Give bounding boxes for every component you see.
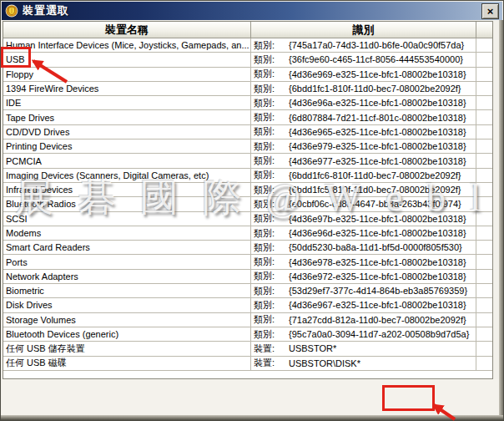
id-value: USBSTOR* [289, 343, 476, 353]
device-name: Human Interface Devices (Mice, Joysticks… [3, 38, 251, 53]
device-row[interactable]: 任何 USB 磁碟裝置:USBSTOR\DISK* [3, 357, 492, 371]
id-value: {36fc9e60-c465-11cf-8056-444553540000} [289, 54, 476, 64]
id-type-label: 類別: [254, 227, 289, 240]
row-spacer [476, 82, 492, 96]
device-name: Ports [3, 255, 251, 269]
device-name: Smart Card Readers [3, 241, 251, 255]
row-spacer [476, 270, 492, 284]
device-name: CD/DVD Drives [3, 125, 251, 139]
device-row[interactable]: Bluetooth Devices (generic)類別:{95c7a0a0-… [3, 327, 492, 342]
table-header: 裝置名稱 識別 [3, 22, 492, 38]
device-id-cell: 類別:{4d36e96d-e325-11ce-bfc1-08002be10318… [251, 226, 476, 241]
device-id-cell: 裝置:USBSTOR* [251, 342, 476, 356]
shield-badge-icon [5, 4, 18, 18]
device-row[interactable]: Ports類別:{4d36e978-e325-11ce-bfc1-08002be… [3, 255, 492, 269]
device-id-cell: 類別:{50dd5230-ba8a-11d1-bf5d-0000f805f530… [251, 241, 476, 255]
id-value: {50dd5230-ba8a-11d1-bf5d-0000f805f530} [289, 242, 476, 252]
id-type-label: 裝置: [254, 357, 289, 369]
close-button[interactable]: × [481, 3, 499, 19]
device-row[interactable]: Storage Volumes類別:{71a27cdd-812a-11d0-be… [3, 313, 492, 327]
device-row[interactable]: Imaging Devices (Scanners, Digital Camer… [3, 169, 492, 183]
column-header-device-name[interactable]: 裝置名稱 [3, 22, 251, 38]
id-type-label: 類別: [254, 155, 289, 167]
device-name: Bluetooth Radios [3, 197, 251, 211]
device-row[interactable]: IDE類別:{4d36e96a-e325-11ce-bfc1-08002be10… [3, 96, 492, 110]
id-type-label: 類別: [254, 299, 289, 312]
device-row[interactable]: Floppy類別:{4d36e969-e325-11ce-bfc1-08002b… [3, 68, 492, 82]
id-value: {4d36e967-e325-11ce-bfc1-08002be10318} [289, 300, 476, 310]
device-id-cell: 裝置:USBSTOR\DISK* [251, 357, 476, 371]
id-type-label: 類別: [254, 83, 289, 95]
device-row[interactable]: Bluetooth Radios類別:{e0cbf06c-cd8b-4647-b… [3, 197, 492, 211]
row-spacer [476, 226, 492, 241]
row-spacer [476, 212, 492, 226]
column-header-spacer [476, 22, 492, 38]
id-value: {e0cbf06c-cd8b-4647-bb8a-263b43f0f974} [289, 199, 476, 209]
id-type-label: 類別: [254, 270, 289, 282]
device-row[interactable]: Modems類別:{4d36e96d-e325-11ce-bfc1-08002b… [3, 226, 492, 241]
id-value: {4d36e979-e325-11ce-bfc1-08002be10318} [289, 141, 476, 151]
device-id-cell: 類別:{6bdd1fc6-810f-11d0-bec7-08002be2092f… [251, 169, 476, 183]
id-type-label: 類別: [254, 212, 289, 225]
row-spacer [476, 139, 492, 154]
id-value: {4d36e978-e325-11ce-bfc1-08002be10318} [289, 257, 476, 267]
device-row[interactable]: Disk Drives類別:{4d36e967-e325-11ce-bfc1-0… [3, 298, 492, 312]
id-type-label: 類別: [254, 285, 289, 297]
device-row[interactable]: Biometric類別:{53d29ef7-377c-4d14-864b-eb3… [3, 284, 492, 298]
device-row[interactable]: Smart Card Readers類別:{50dd5230-ba8a-11d1… [3, 241, 492, 255]
id-type-label: 類別: [254, 313, 289, 326]
column-header-identifier[interactable]: 識別 [251, 22, 476, 38]
device-id-cell: 類別:{6bdd1fc5-810f-11d0-bec7-08002be2092f… [251, 183, 476, 197]
id-type-label: 類別: [254, 125, 289, 138]
window-right-edge [499, 20, 503, 416]
device-row[interactable]: Human Interface Devices (Mice, Joysticks… [3, 38, 492, 53]
device-id-cell: 類別:{4d36e977-e325-11ce-bfc1-08002be10318… [251, 154, 476, 168]
row-spacer [476, 96, 492, 110]
device-name: SCSI [3, 212, 251, 226]
device-row[interactable]: 1394 FireWire Devices類別:{6bdd1fc1-810f-1… [3, 82, 492, 96]
row-spacer [476, 241, 492, 255]
device-name: Tape Drives [3, 110, 251, 124]
device-name: PCMCIA [3, 154, 251, 168]
row-spacer [476, 110, 492, 124]
device-select-dialog: 裝置選取 × 裝置名稱 識別 Human Interface Devices (… [0, 0, 504, 421]
id-value: {95c7a0a0-3094-11d7-a202-00508b9d7d5a} [289, 329, 476, 339]
id-type-label: 裝置: [254, 342, 289, 355]
id-value: {4d36e96d-e325-11ce-bfc1-08002be10318} [289, 228, 476, 238]
title-bar: 裝置選取 × [2, 2, 502, 20]
id-type-label: 類別: [254, 39, 289, 52]
row-spacer [476, 284, 492, 298]
device-row[interactable]: CD/DVD Drives類別:{4d36e965-e325-11ce-bfc1… [3, 125, 492, 139]
device-name: Infrared Devices [3, 183, 251, 197]
id-value: {6bdd1fc1-810f-11d0-bec7-08002be2092f} [289, 84, 476, 94]
device-row[interactable]: Network Adapters類別:{4d36e972-e325-11ce-b… [3, 270, 492, 284]
device-id-cell: 類別:{53d29ef7-377c-4d14-864b-eb3a85769359… [251, 284, 476, 298]
id-type-label: 類別: [254, 53, 289, 66]
row-spacer [476, 327, 492, 342]
id-value: USBSTOR\DISK* [289, 358, 476, 368]
id-value: {71a27cdd-812a-11d0-bec7-08002be2092f} [289, 315, 476, 325]
device-row[interactable]: PCMCIA類別:{4d36e977-e325-11ce-bfc1-08002b… [3, 154, 492, 168]
id-value: {4d36e977-e325-11ce-bfc1-08002be10318} [289, 156, 476, 166]
device-id-cell: 類別:{4d36e969-e325-11ce-bfc1-08002be10318… [251, 68, 476, 82]
device-row[interactable]: 任何 USB 儲存裝置裝置:USBSTOR* [3, 342, 492, 356]
id-type-label: 類別: [254, 256, 289, 268]
row-spacer [476, 125, 492, 139]
device-row[interactable]: SCSI類別:{4d36e97b-e325-11ce-bfc1-08002be1… [3, 212, 492, 226]
device-row[interactable]: Tape Drives類別:{6d807884-7d21-11cf-801c-0… [3, 110, 492, 124]
id-value: {4d36e965-e325-11ce-bfc1-08002be10318} [289, 127, 476, 137]
device-name: Imaging Devices (Scanners, Digital Camer… [3, 169, 251, 183]
id-type-label: 類別: [254, 97, 289, 109]
row-spacer [476, 197, 492, 211]
device-row[interactable]: Printing Devices類別:{4d36e979-e325-11ce-b… [3, 139, 492, 154]
device-id-cell: 類別:{6bdd1fc1-810f-11d0-bec7-08002be2092f… [251, 82, 476, 96]
device-id-cell: 類別:{6d807884-7d21-11cf-801c-08002be10318… [251, 110, 476, 124]
device-id-cell: 類別:{4d36e972-e325-11ce-bfc1-08002be10318… [251, 270, 476, 284]
device-name: Printing Devices [3, 139, 251, 154]
device-row[interactable]: Infrared Devices類別:{6bdd1fc5-810f-11d0-b… [3, 183, 492, 197]
row-spacer [476, 169, 492, 183]
id-value: {4d36e972-e325-11ce-bfc1-08002be10318} [289, 271, 476, 282]
device-name: Network Adapters [3, 270, 251, 284]
device-id-cell: 類別:{4d36e97b-e325-11ce-bfc1-08002be10318… [251, 212, 476, 226]
device-row[interactable]: USB類別:{36fc9e60-c465-11cf-8056-444553540… [3, 53, 492, 67]
